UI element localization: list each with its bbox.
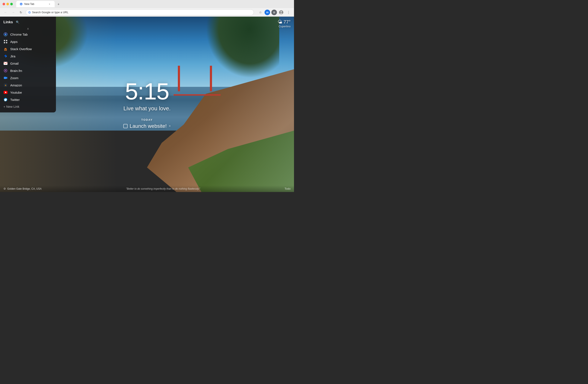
link-item-apps[interactable]: Apps [0,38,56,45]
stackoverflow-icon [3,47,8,51]
svg-line-16 [5,49,6,49]
brainfm-label: Brain.fm [10,69,22,73]
chrome-tab-icon [3,32,8,37]
today-section: TODAY Launch website! × [123,118,171,129]
todo-text: Launch website! [130,123,167,129]
twitter-icon [3,97,8,102]
maximize-button[interactable] [10,3,13,5]
svg-text:N: N [21,3,22,5]
tab-title: New Tab [24,2,34,5]
todo-checkbox[interactable] [123,124,127,128]
tab-area: N New Tab × + [16,1,292,7]
page-content: 🌤 77° Cupertino 5:15 Live what you love.… [0,17,294,192]
new-tab-button[interactable]: + [56,1,62,7]
link-item-chrome-tab[interactable]: Chrome Tab [0,31,56,38]
svg-rect-9 [4,40,5,41]
link-item-zoom[interactable]: Zoom [0,74,56,81]
link-item-stackoverflow[interactable]: Stack Overflow [0,45,56,53]
youtube-label: Youtube [10,91,22,94]
link-item-brainfm[interactable]: Brain.fm [0,67,56,74]
svg-point-6 [5,34,6,35]
location-info: ⚙ Golden Gate Bridge, CA, USA [3,187,42,190]
links-title: Links [3,20,13,24]
brainfm-icon [3,68,8,73]
google-logo: G [28,11,31,14]
forward-button[interactable]: → [10,9,16,15]
bottom-bar: ⚙ Golden Gate Bridge, CA, USA "Better to… [0,185,294,192]
link-item-twitter[interactable]: Twitter [0,96,56,103]
time-display: 5:15 [123,79,171,103]
links-panel: Links 🔍 ∧ Chrome Tab [0,17,56,113]
zoom-label: Zoom [10,76,18,80]
motto-text: Live what you love. [123,105,171,112]
link-item-gmail[interactable]: Gmail [0,60,56,67]
address-bar[interactable]: G Search Google or type a URL [26,9,254,15]
link-item-amazon[interactable]: a Amazon [0,81,56,89]
center-content: 5:15 Live what you love. TODAY Launch we… [123,79,171,129]
svg-text:a: a [5,84,6,86]
svg-point-23 [5,70,6,71]
links-search-button[interactable]: 🔍 [15,20,20,25]
extensions-button[interactable]: ⊞ [271,10,277,15]
weather-temperature: 77° [284,19,291,25]
twitter-label: Twitter [10,98,20,101]
stackoverflow-label: Stack Overflow [10,47,32,51]
bookmark-button[interactable]: ☆ [257,9,263,15]
nav-right: ☆ m ⊞ ⋮ [257,9,292,15]
svg-point-3 [280,11,282,13]
avatar-button[interactable] [278,9,284,15]
more-button[interactable]: ⋮ [285,9,292,15]
title-bar: N New Tab × + [0,0,294,8]
location-text: Golden Gate Bridge, CA, USA [7,187,42,190]
zoom-icon [3,76,8,80]
todo-close-button[interactable]: × [169,124,171,128]
today-label: TODAY [123,118,171,121]
quote-text: "Better to do something imperfectly than… [126,187,200,190]
add-link-label: + New Link [3,105,20,108]
svg-marker-25 [6,77,7,79]
apps-label: Apps [10,40,18,43]
bridge-tower-right [210,66,212,91]
back-button[interactable]: ← [2,9,9,15]
weather-icon: 🌤 [277,19,282,25]
svg-rect-12 [6,42,7,43]
link-item-jira[interactable]: Jira [0,53,56,60]
add-link-button[interactable]: + New Link [0,103,56,110]
links-header: Links 🔍 [0,17,56,26]
gmail-label: Gmail [10,62,19,65]
chrome-tab-label: Chrome Tab [10,33,27,36]
weather-widget: 🌤 77° Cupertino [277,19,291,28]
apps-icon [3,39,8,44]
todo-footer-label[interactable]: Todo [285,187,291,190]
minimize-button[interactable] [6,3,9,5]
svg-rect-24 [4,77,6,79]
jira-icon [3,54,8,58]
svg-rect-11 [4,42,5,43]
tab-close-button[interactable]: × [48,2,51,6]
tab-favicon: N [20,2,23,5]
jira-label: Jira [10,54,15,58]
browser-frame: N New Tab × + ← → ↻ G Search Google or t… [0,0,294,192]
link-item-youtube[interactable]: Youtube [0,89,56,96]
weather-location: Cupertino [277,25,291,28]
svg-rect-15 [5,50,6,50]
nav-bar: ← → ↻ G Search Google or type a URL ☆ m … [0,8,294,17]
amazon-label: Amazon [10,83,22,87]
svg-rect-10 [6,40,7,41]
close-button[interactable] [2,3,5,5]
profile-button[interactable]: m [265,10,270,15]
traffic-lights [2,3,13,5]
bridge-deck [174,94,221,96]
youtube-icon [3,90,8,95]
settings-icon[interactable]: ⚙ [3,187,6,190]
active-tab[interactable]: N New Tab × [16,1,55,7]
amazon-icon: a [3,83,8,87]
gmail-icon [3,61,8,65]
svg-point-4 [280,13,282,15]
address-text: Search Google or type a URL [32,11,68,14]
todo-item: Launch website! × [123,123,171,129]
links-chevron[interactable]: ∧ [0,26,56,31]
bridge-tower-left [178,66,180,91]
reload-button[interactable]: ↻ [18,9,24,15]
bridge [174,66,221,108]
